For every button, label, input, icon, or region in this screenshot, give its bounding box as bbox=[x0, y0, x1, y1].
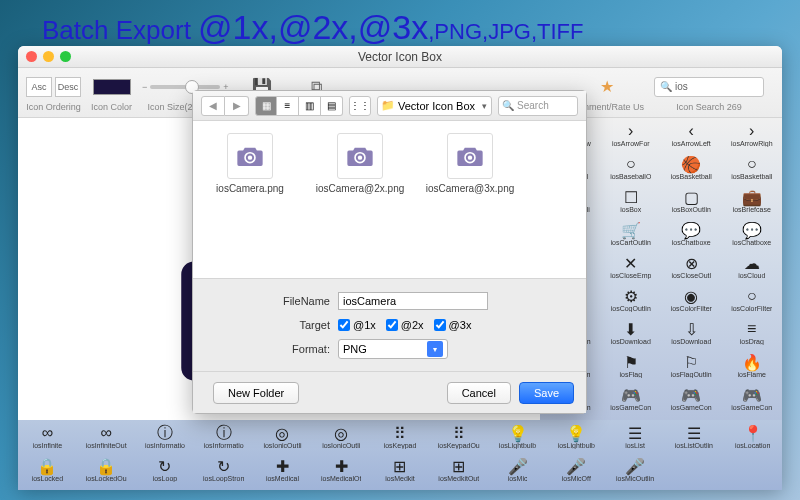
grid-icon-label: iosInformatio bbox=[204, 442, 244, 449]
grid-icon: 🎤 bbox=[624, 457, 646, 475]
view-coverflow-button[interactable]: ▤ bbox=[321, 96, 343, 116]
icon-cell[interactable]: ≡iosDrag bbox=[722, 316, 783, 349]
target-3x-checkbox[interactable]: @3x bbox=[434, 319, 472, 331]
bottom-icon-strip[interactable]: ∞iosInfinite∞iosInfiniteOutⓘiosInformati… bbox=[18, 420, 782, 490]
icon-cell[interactable]: 💼iosBriefcase bbox=[722, 184, 783, 217]
icon-cell[interactable]: ⠿iosKeypadOu bbox=[429, 420, 488, 453]
icon-cell[interactable]: ⊞iosMedkitOut bbox=[429, 453, 488, 486]
icon-cell[interactable]: ⓘiosInformatio bbox=[194, 420, 253, 453]
grid-icon-label: iosBasketball bbox=[731, 173, 772, 180]
icon-cell[interactable]: 🎮iosGameCon bbox=[661, 382, 722, 415]
icon-cell[interactable]: 🎮iosGameCon bbox=[722, 382, 783, 415]
target-2x-checkbox[interactable]: @2x bbox=[386, 319, 424, 331]
icon-cell[interactable]: ⓘiosInformatio bbox=[136, 420, 195, 453]
filename-input[interactable] bbox=[338, 292, 488, 310]
target-label: Target bbox=[193, 319, 338, 331]
grid-icon: 🎮 bbox=[741, 386, 763, 404]
grid-icon: 🎮 bbox=[620, 386, 642, 404]
grid-icon: ⓘ bbox=[154, 424, 176, 442]
icon-cell[interactable]: ⇩iosDownload bbox=[661, 316, 722, 349]
file-item[interactable]: iosCamera@3x.png bbox=[425, 133, 515, 194]
grid-icon: ☰ bbox=[683, 424, 705, 442]
order-desc-button[interactable]: Desc bbox=[55, 77, 81, 97]
icon-cell[interactable]: ⬇iosDownload bbox=[601, 316, 662, 349]
sheet-toolbar: ◀ ▶ ▦ ≡ ▥ ▤ ⋮⋮ Vector Icon Box Search bbox=[193, 91, 586, 121]
icon-cell[interactable]: 📍iosLocation bbox=[723, 420, 782, 453]
icon-cell[interactable]: ‹iosArrowLeft bbox=[661, 118, 722, 151]
icon-cell[interactable]: ☁iosCloud bbox=[722, 250, 783, 283]
icon-cell[interactable]: 🔥iosFlame bbox=[722, 349, 783, 382]
grid-icon: ↻ bbox=[154, 457, 176, 475]
icon-cell[interactable]: ∞iosInfinite bbox=[18, 420, 77, 453]
icon-cell[interactable]: ›iosArrowFor bbox=[601, 118, 662, 151]
icon-cell[interactable]: ✕iosCloseEmp bbox=[601, 250, 662, 283]
icon-cell[interactable]: ›iosArrowRigh bbox=[722, 118, 783, 151]
icon-size-slider[interactable] bbox=[150, 85, 220, 89]
icon-cell[interactable]: ☐iosBox bbox=[601, 184, 662, 217]
icon-cell[interactable]: ✚iosMedicalOt bbox=[312, 453, 371, 486]
window-title: Vector Icon Box bbox=[18, 50, 782, 64]
target-1x-checkbox[interactable]: @1x bbox=[338, 319, 376, 331]
icon-cell[interactable]: ⠿iosKeypad bbox=[371, 420, 430, 453]
icon-cell[interactable]: 🔒iosLockedOu bbox=[77, 453, 136, 486]
file-browser[interactable]: iosCamera.png iosCamera@2x.png iosCamera… bbox=[193, 121, 586, 278]
icon-cell[interactable]: 🏀iosBasketball bbox=[661, 151, 722, 184]
grid-icon: ○ bbox=[741, 155, 763, 173]
format-select[interactable]: PNG▾ bbox=[338, 339, 448, 359]
order-asc-button[interactable]: Asc bbox=[26, 77, 52, 97]
icon-cell[interactable]: 💡iosLightbulb bbox=[547, 420, 606, 453]
icon-cell[interactable]: ⚐iosFlagOutlin bbox=[661, 349, 722, 382]
new-folder-button[interactable]: New Folder bbox=[213, 382, 299, 404]
icon-cell[interactable]: ☰iosList bbox=[606, 420, 665, 453]
icon-cell[interactable]: ▢iosBoxOutlin bbox=[661, 184, 722, 217]
icon-cell[interactable]: ○iosBasketball bbox=[722, 151, 783, 184]
icon-cell[interactable]: 🎤iosMicOff bbox=[547, 453, 606, 486]
cancel-button[interactable]: Cancel bbox=[447, 382, 511, 404]
grid-icon-label: iosCloseOutl bbox=[671, 272, 711, 279]
icon-cell[interactable]: ☰iosListOutlin bbox=[664, 420, 723, 453]
icon-cell[interactable]: 💬iosChatboxe bbox=[722, 217, 783, 250]
folder-popup[interactable]: Vector Icon Box bbox=[377, 96, 492, 116]
icon-cell[interactable]: 🎮iosGameCon bbox=[601, 382, 662, 415]
icon-cell[interactable]: 💡iosLightbulb bbox=[488, 420, 547, 453]
nav-back-button[interactable]: ◀ bbox=[201, 96, 225, 116]
icon-cell[interactable]: ○iosColorFilter bbox=[722, 283, 783, 316]
file-item[interactable]: iosCamera@2x.png bbox=[315, 133, 405, 194]
icon-cell[interactable]: ✚iosMedical bbox=[253, 453, 312, 486]
icon-cell[interactable]: 🔒iosLocked bbox=[18, 453, 77, 486]
icon-color-well[interactable] bbox=[93, 79, 131, 95]
icon-cell[interactable]: ⊗iosCloseOutl bbox=[661, 250, 722, 283]
format-label: Format: bbox=[193, 343, 338, 355]
nav-forward-button[interactable]: ▶ bbox=[225, 96, 249, 116]
view-list-button[interactable]: ≡ bbox=[277, 96, 299, 116]
view-icon-button[interactable]: ▦ bbox=[255, 96, 277, 116]
icon-cell[interactable]: ◉iosColorFilter bbox=[661, 283, 722, 316]
icon-cell[interactable]: 🛒iosCartOutlin bbox=[601, 217, 662, 250]
icon-cell[interactable]: ↻iosLoopStron bbox=[194, 453, 253, 486]
grid-icon-label: iosList bbox=[625, 442, 645, 449]
icon-cell[interactable]: 🎤iosMicOutlin bbox=[606, 453, 665, 486]
icon-cell[interactable]: ◎iosIonicOutli bbox=[253, 420, 312, 453]
icon-cell[interactable]: ⊞iosMedkit bbox=[371, 453, 430, 486]
grid-icon: 💬 bbox=[680, 221, 702, 239]
file-name-label: iosCamera@3x.png bbox=[426, 183, 515, 194]
icon-cell[interactable]: 🎤iosMic bbox=[488, 453, 547, 486]
icon-cell[interactable]: ∞iosInfiniteOut bbox=[77, 420, 136, 453]
icon-cell[interactable]: ↻iosLoop bbox=[136, 453, 195, 486]
icon-cell[interactable]: ⚙iosCogOutlin bbox=[601, 283, 662, 316]
grid-icon: › bbox=[620, 122, 642, 140]
icon-search-input[interactable]: 🔍ios bbox=[654, 77, 764, 97]
icon-cell[interactable]: ○iosBaseballO bbox=[601, 151, 662, 184]
sheet-search-input[interactable]: Search bbox=[498, 96, 578, 116]
arrange-button[interactable]: ⋮⋮ bbox=[349, 96, 371, 116]
icon-cell[interactable]: 💬iosChatboxe bbox=[661, 217, 722, 250]
icon-cell[interactable]: ◎iosIonicOutli bbox=[312, 420, 371, 453]
grid-icon: ⠿ bbox=[389, 424, 411, 442]
icon-cell[interactable]: ⚑iosFlag bbox=[601, 349, 662, 382]
file-item[interactable]: iosCamera.png bbox=[205, 133, 295, 194]
icon-cell[interactable] bbox=[664, 453, 723, 486]
icon-cell[interactable] bbox=[723, 453, 782, 486]
rate-icon[interactable]: ★ bbox=[596, 76, 618, 98]
view-column-button[interactable]: ▥ bbox=[299, 96, 321, 116]
save-button[interactable]: Save bbox=[519, 382, 574, 404]
